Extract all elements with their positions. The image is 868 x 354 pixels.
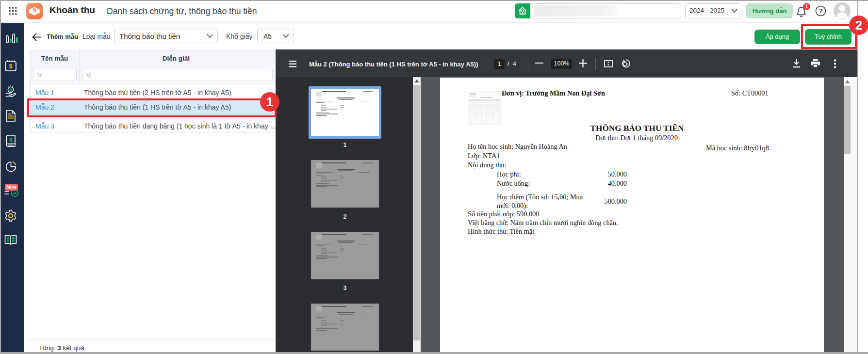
svg-text:$: $ (9, 63, 13, 70)
svg-text:$: $ (9, 137, 13, 143)
svg-text:?: ? (819, 7, 823, 15)
svg-text:$: $ (9, 87, 12, 93)
